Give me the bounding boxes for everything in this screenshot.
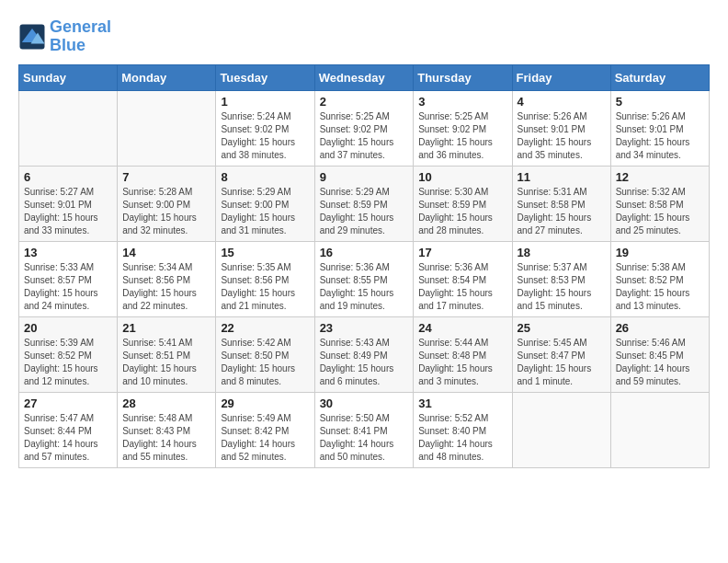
calendar-cell: 16Sunrise: 5:36 AM Sunset: 8:55 PM Dayli… bbox=[314, 241, 414, 316]
calendar-cell: 23Sunrise: 5:43 AM Sunset: 8:49 PM Dayli… bbox=[314, 316, 414, 392]
calendar-cell: 28Sunrise: 5:48 AM Sunset: 8:43 PM Dayli… bbox=[118, 392, 216, 467]
day-number: 15 bbox=[221, 246, 309, 259]
day-number: 31 bbox=[418, 396, 506, 410]
weekday-header-saturday: Saturday bbox=[610, 64, 709, 90]
weekday-header-tuesday: Tuesday bbox=[216, 64, 314, 90]
calendar-cell bbox=[19, 90, 118, 166]
day-info: Sunrise: 5:27 AM Sunset: 9:01 PM Dayligh… bbox=[24, 186, 112, 237]
day-info: Sunrise: 5:50 AM Sunset: 8:41 PM Dayligh… bbox=[320, 412, 409, 464]
day-info: Sunrise: 5:30 AM Sunset: 8:59 PM Dayligh… bbox=[418, 186, 506, 237]
calendar-cell: 3Sunrise: 5:25 AM Sunset: 9:02 PM Daylig… bbox=[414, 90, 512, 166]
day-number: 8 bbox=[221, 170, 309, 184]
day-number: 21 bbox=[122, 321, 210, 335]
day-number: 17 bbox=[418, 246, 506, 259]
day-info: Sunrise: 5:36 AM Sunset: 8:55 PM Dayligh… bbox=[320, 261, 409, 313]
day-info: Sunrise: 5:46 AM Sunset: 8:45 PM Dayligh… bbox=[616, 337, 704, 388]
day-number: 28 bbox=[122, 396, 210, 410]
day-number: 29 bbox=[221, 396, 309, 410]
day-number: 14 bbox=[122, 246, 210, 259]
day-number: 25 bbox=[518, 321, 606, 335]
day-number: 24 bbox=[418, 321, 506, 335]
calendar-cell: 6Sunrise: 5:27 AM Sunset: 9:01 PM Daylig… bbox=[19, 166, 118, 241]
day-info: Sunrise: 5:44 AM Sunset: 8:48 PM Dayligh… bbox=[418, 337, 506, 388]
calendar-cell: 30Sunrise: 5:50 AM Sunset: 8:41 PM Dayli… bbox=[314, 392, 414, 467]
day-number: 5 bbox=[616, 95, 704, 109]
calendar-cell: 5Sunrise: 5:26 AM Sunset: 9:01 PM Daylig… bbox=[610, 90, 709, 166]
weekday-header-friday: Friday bbox=[512, 64, 610, 90]
day-info: Sunrise: 5:39 AM Sunset: 8:52 PM Dayligh… bbox=[24, 337, 112, 388]
day-number: 19 bbox=[616, 246, 704, 259]
logo-icon bbox=[18, 23, 46, 51]
calendar-cell: 9Sunrise: 5:29 AM Sunset: 8:59 PM Daylig… bbox=[314, 166, 414, 241]
calendar-week-5: 27Sunrise: 5:47 AM Sunset: 8:44 PM Dayli… bbox=[19, 392, 710, 467]
weekday-header-thursday: Thursday bbox=[414, 64, 512, 90]
calendar-cell: 17Sunrise: 5:36 AM Sunset: 8:54 PM Dayli… bbox=[414, 241, 512, 316]
page-header: General Blue bbox=[18, 18, 710, 55]
day-number: 16 bbox=[320, 246, 409, 259]
calendar-cell: 18Sunrise: 5:37 AM Sunset: 8:53 PM Dayli… bbox=[512, 241, 610, 316]
day-number: 27 bbox=[24, 396, 112, 410]
calendar-cell: 21Sunrise: 5:41 AM Sunset: 8:51 PM Dayli… bbox=[118, 316, 216, 392]
weekday-header-sunday: Sunday bbox=[19, 64, 118, 90]
calendar-cell: 31Sunrise: 5:52 AM Sunset: 8:40 PM Dayli… bbox=[414, 392, 512, 467]
day-number: 22 bbox=[221, 321, 309, 335]
day-number: 10 bbox=[418, 170, 506, 184]
day-info: Sunrise: 5:45 AM Sunset: 8:47 PM Dayligh… bbox=[518, 337, 606, 388]
day-info: Sunrise: 5:37 AM Sunset: 8:53 PM Dayligh… bbox=[518, 261, 606, 313]
day-info: Sunrise: 5:35 AM Sunset: 8:56 PM Dayligh… bbox=[221, 261, 309, 313]
day-number: 6 bbox=[24, 170, 112, 184]
day-number: 12 bbox=[616, 170, 704, 184]
day-info: Sunrise: 5:31 AM Sunset: 8:58 PM Dayligh… bbox=[518, 186, 606, 237]
day-info: Sunrise: 5:48 AM Sunset: 8:43 PM Dayligh… bbox=[122, 412, 210, 464]
day-number: 1 bbox=[221, 95, 309, 109]
calendar-cell: 11Sunrise: 5:31 AM Sunset: 8:58 PM Dayli… bbox=[512, 166, 610, 241]
day-info: Sunrise: 5:32 AM Sunset: 8:58 PM Dayligh… bbox=[616, 186, 704, 237]
day-info: Sunrise: 5:43 AM Sunset: 8:49 PM Dayligh… bbox=[320, 337, 409, 388]
logo: General Blue bbox=[18, 18, 111, 55]
calendar-cell: 10Sunrise: 5:30 AM Sunset: 8:59 PM Dayli… bbox=[414, 166, 512, 241]
day-info: Sunrise: 5:28 AM Sunset: 9:00 PM Dayligh… bbox=[122, 186, 210, 237]
day-number: 7 bbox=[122, 170, 210, 184]
day-info: Sunrise: 5:26 AM Sunset: 9:01 PM Dayligh… bbox=[518, 110, 606, 162]
day-number: 3 bbox=[418, 95, 506, 109]
day-number: 9 bbox=[320, 170, 409, 184]
calendar-cell bbox=[610, 392, 709, 467]
day-info: Sunrise: 5:47 AM Sunset: 8:44 PM Dayligh… bbox=[24, 412, 112, 464]
day-info: Sunrise: 5:29 AM Sunset: 9:00 PM Dayligh… bbox=[221, 186, 309, 237]
day-info: Sunrise: 5:49 AM Sunset: 8:42 PM Dayligh… bbox=[221, 412, 309, 464]
day-info: Sunrise: 5:25 AM Sunset: 9:02 PM Dayligh… bbox=[320, 110, 409, 162]
calendar: SundayMondayTuesdayWednesdayThursdayFrid… bbox=[18, 64, 710, 468]
calendar-cell: 24Sunrise: 5:44 AM Sunset: 8:48 PM Dayli… bbox=[414, 316, 512, 392]
calendar-cell bbox=[118, 90, 216, 166]
weekday-header-wednesday: Wednesday bbox=[314, 64, 414, 90]
calendar-cell: 29Sunrise: 5:49 AM Sunset: 8:42 PM Dayli… bbox=[216, 392, 314, 467]
calendar-week-3: 13Sunrise: 5:33 AM Sunset: 8:57 PM Dayli… bbox=[19, 241, 710, 316]
calendar-cell: 14Sunrise: 5:34 AM Sunset: 8:56 PM Dayli… bbox=[118, 241, 216, 316]
day-number: 18 bbox=[518, 246, 606, 259]
day-number: 11 bbox=[518, 170, 606, 184]
calendar-cell: 2Sunrise: 5:25 AM Sunset: 9:02 PM Daylig… bbox=[314, 90, 414, 166]
day-number: 26 bbox=[616, 321, 704, 335]
calendar-cell: 12Sunrise: 5:32 AM Sunset: 8:58 PM Dayli… bbox=[610, 166, 709, 241]
day-number: 2 bbox=[320, 95, 409, 109]
day-info: Sunrise: 5:42 AM Sunset: 8:50 PM Dayligh… bbox=[221, 337, 309, 388]
day-info: Sunrise: 5:52 AM Sunset: 8:40 PM Dayligh… bbox=[418, 412, 506, 464]
calendar-cell: 15Sunrise: 5:35 AM Sunset: 8:56 PM Dayli… bbox=[216, 241, 314, 316]
calendar-cell: 22Sunrise: 5:42 AM Sunset: 8:50 PM Dayli… bbox=[216, 316, 314, 392]
calendar-cell: 27Sunrise: 5:47 AM Sunset: 8:44 PM Dayli… bbox=[19, 392, 118, 467]
calendar-cell: 1Sunrise: 5:24 AM Sunset: 9:02 PM Daylig… bbox=[216, 90, 314, 166]
weekday-header-row: SundayMondayTuesdayWednesdayThursdayFrid… bbox=[19, 64, 710, 90]
calendar-week-4: 20Sunrise: 5:39 AM Sunset: 8:52 PM Dayli… bbox=[19, 316, 710, 392]
day-info: Sunrise: 5:26 AM Sunset: 9:01 PM Dayligh… bbox=[616, 110, 704, 162]
day-info: Sunrise: 5:33 AM Sunset: 8:57 PM Dayligh… bbox=[24, 261, 112, 313]
day-number: 23 bbox=[320, 321, 409, 335]
day-number: 30 bbox=[320, 396, 409, 410]
calendar-cell bbox=[512, 392, 610, 467]
calendar-cell: 4Sunrise: 5:26 AM Sunset: 9:01 PM Daylig… bbox=[512, 90, 610, 166]
day-number: 13 bbox=[24, 246, 112, 259]
calendar-cell: 19Sunrise: 5:38 AM Sunset: 8:52 PM Dayli… bbox=[610, 241, 709, 316]
day-info: Sunrise: 5:29 AM Sunset: 8:59 PM Dayligh… bbox=[320, 186, 409, 237]
logo-text: General Blue bbox=[50, 18, 111, 55]
calendar-cell: 7Sunrise: 5:28 AM Sunset: 9:00 PM Daylig… bbox=[118, 166, 216, 241]
day-info: Sunrise: 5:36 AM Sunset: 8:54 PM Dayligh… bbox=[418, 261, 506, 313]
